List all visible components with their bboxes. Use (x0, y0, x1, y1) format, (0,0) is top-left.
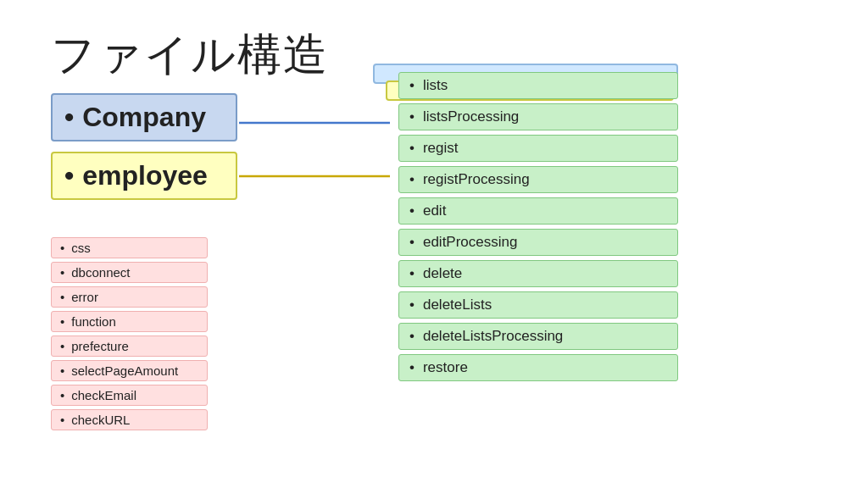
green-list-item: regist (398, 135, 678, 162)
small-list-item: selectPageAmount (51, 360, 208, 381)
employee-label: employee (82, 160, 208, 191)
left-boxes: Company employee (51, 93, 237, 200)
green-list-item: delete (398, 260, 678, 287)
green-list-item: restore (398, 354, 678, 381)
small-list-item: prefecture (51, 336, 208, 357)
employee-box: employee (51, 152, 237, 200)
green-list-item: registProcessing (398, 166, 678, 193)
green-list-item: deleteLists (398, 291, 678, 319)
green-items-list: listslistsProcessingregistregistProcessi… (398, 72, 678, 381)
company-box: Company (51, 93, 237, 141)
green-list-item: deleteListsProcessing (398, 323, 678, 350)
page-title: ファイル構造 (51, 25, 329, 85)
company-label: Company (82, 102, 206, 133)
small-list-item: error (51, 286, 208, 308)
small-items-list: cssdbconnecterrorfunctionprefectureselec… (51, 237, 208, 430)
small-list-item: checkEmail (51, 385, 208, 406)
small-list-item: function (51, 311, 208, 332)
green-list-item: listsProcessing (398, 103, 678, 130)
small-list-item: dbconnect (51, 262, 208, 283)
green-list-item: editProcessing (398, 229, 678, 256)
green-list-item: lists (398, 72, 678, 99)
green-list-item: edit (398, 197, 678, 225)
small-list-item: checkURL (51, 409, 208, 430)
small-list-item: css (51, 237, 208, 258)
